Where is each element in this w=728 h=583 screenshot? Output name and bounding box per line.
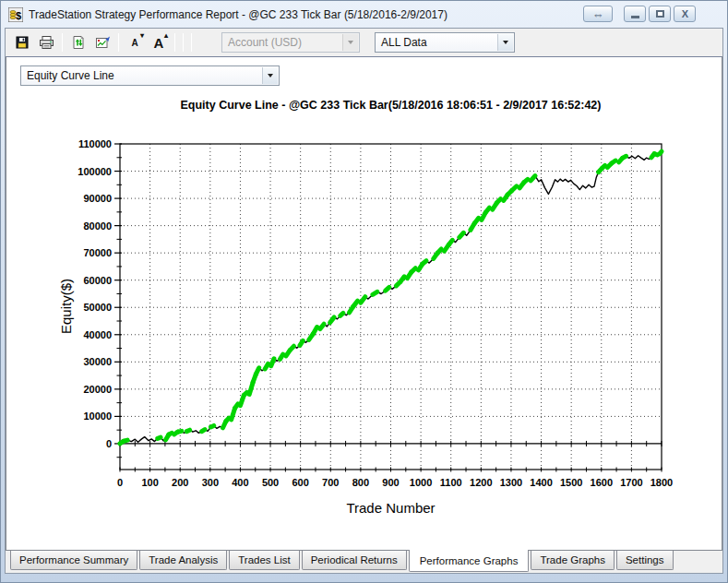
svg-text:10000: 10000 [83,410,112,422]
equity-chart: Equity Curve Line - @GC 233 Tick Bar(5/1… [6,89,722,529]
svg-text:1800: 1800 [650,477,673,488]
font-decrease-icon: A [131,38,137,48]
svg-text:70000: 70000 [83,247,112,258]
svg-text:20000: 20000 [83,384,112,395]
tab-trades-list[interactable]: Trades List [229,551,299,570]
refresh-icon [71,35,86,50]
svg-text:40000: 40000 [83,329,112,340]
account-combobox[interactable]: Account (USD) [221,32,360,53]
close-button[interactable]: X [674,6,696,22]
tab-trade-graphs[interactable]: Trade Graphs [531,551,615,570]
svg-text:800: 800 [352,477,369,488]
svg-text:110000: 110000 [78,138,112,149]
client-area: A ▾ A ▴ Account (USD) ALL Data Equity Cu… [5,28,723,574]
toolbar-separator [191,33,192,52]
window-title: TradeStation Strategy Performance Report… [29,8,448,21]
dock-button[interactable]: ⇔ [583,6,613,22]
export-graph-icon [95,35,111,50]
graph-type-combobox-value: Equity Curve Line [27,69,114,82]
tab-settings[interactable]: Settings [616,551,674,570]
svg-text:600: 600 [292,477,308,488]
svg-text:500: 500 [262,477,279,488]
svg-text:50000: 50000 [83,302,112,313]
chevron-down-icon [497,34,513,51]
tab-performance-summary[interactable]: Performance Summary [10,551,137,570]
maximize-icon [656,10,664,18]
export-graph-button[interactable] [90,31,114,54]
print-icon [39,35,54,50]
toolbar-separator [183,33,184,52]
svg-text:900: 900 [382,477,399,488]
data-range-combobox[interactable]: ALL Data [375,32,515,53]
svg-text:300: 300 [202,477,219,488]
svg-text:1100: 1100 [440,477,462,488]
svg-text:100: 100 [141,477,158,488]
svg-text:Equity($): Equity($) [58,279,74,334]
close-icon: X [682,8,687,19]
save-button[interactable] [10,31,34,54]
tradestation-report-window: $ TradeStation Strategy Performance Repo… [0,0,728,583]
dock-icon: ⇔ [592,7,604,21]
maximize-button[interactable] [649,6,671,22]
svg-text:1400: 1400 [530,477,552,488]
svg-text:1300: 1300 [500,477,522,488]
save-icon [15,35,30,50]
svg-text:Equity Curve Line - @GC 233 Ti: Equity Curve Line - @GC 233 Tick Bar(5/1… [181,99,602,112]
svg-text:60000: 60000 [83,275,112,286]
toolbar: A ▾ A ▴ Account (USD) ALL Data [6,29,722,56]
tab-trade-analysis[interactable]: Trade Analysis [139,551,227,570]
svg-text:1000: 1000 [410,477,432,488]
svg-text:Trade Number: Trade Number [346,500,435,516]
toolbar-separator [118,33,119,52]
report-page: Equity Curve Line Equity Curve Line - @G… [6,56,722,551]
font-decrease-button[interactable]: A ▾ [123,31,147,54]
svg-text:1200: 1200 [470,477,492,488]
font-increase-icon: A [154,35,164,51]
svg-text:0: 0 [117,477,123,488]
toolbar-separator [62,33,63,52]
minimize-button[interactable] [624,6,646,22]
svg-text:100000: 100000 [78,166,112,177]
svg-text:1700: 1700 [620,477,642,488]
data-range-combobox-value: ALL Data [381,36,427,49]
svg-text:0: 0 [106,438,112,449]
app-icon: $ [8,7,23,22]
report-tab-bar: Performance Summary Trade Analysis Trade… [6,551,722,573]
account-combobox-value: Account (USD) [228,36,302,49]
chevron-down-icon [262,67,278,84]
svg-text:700: 700 [322,477,339,488]
svg-text:90000: 90000 [83,193,112,204]
svg-text:400: 400 [232,477,248,488]
refresh-button[interactable] [66,31,90,54]
equity-curve-chart: Equity Curve Line - @GC 233 Tick Bar(5/1… [6,89,722,529]
svg-text:30000: 30000 [83,356,112,367]
graph-type-combobox[interactable]: Equity Curve Line [20,65,280,86]
svg-text:1600: 1600 [591,477,613,488]
svg-text:1500: 1500 [560,477,582,488]
toolbar-separator [174,33,175,52]
title-bar: $ TradeStation Strategy Performance Repo… [1,1,727,28]
tab-periodical-returns[interactable]: Periodical Returns [302,551,407,570]
tab-performance-graphs[interactable]: Performance Graphs [409,550,530,572]
svg-text:$: $ [16,9,21,20]
font-increase-button[interactable]: A ▴ [147,31,171,54]
print-button[interactable] [34,31,58,54]
svg-text:80000: 80000 [83,220,112,232]
svg-text:200: 200 [172,477,188,488]
chevron-down-icon [342,34,358,51]
minimize-icon [631,16,639,18]
